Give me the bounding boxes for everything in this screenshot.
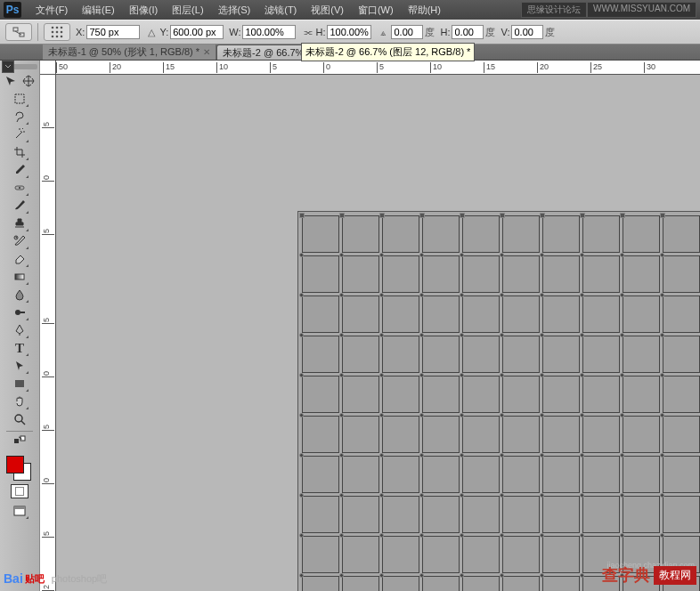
grid-cell[interactable] — [342, 376, 379, 413]
artboard-tool-icon[interactable] — [20, 72, 37, 90]
move-tool-icon[interactable] — [2, 72, 20, 90]
grid-cell[interactable] — [382, 456, 419, 493]
anchor-point[interactable] — [339, 533, 344, 538]
grid-cell[interactable] — [302, 496, 339, 533]
grid-cell[interactable] — [663, 336, 700, 373]
anchor-point[interactable] — [620, 413, 624, 417]
grid-cell[interactable] — [502, 536, 540, 573]
close-icon[interactable]: ✕ — [203, 47, 210, 57]
standard-mode-icon[interactable] — [11, 484, 28, 498]
grid-cell[interactable] — [663, 456, 700, 493]
grid-cell[interactable] — [542, 255, 580, 293]
anchor-point[interactable] — [339, 413, 344, 417]
grid-cell[interactable] — [462, 536, 500, 573]
anchor-point[interactable] — [299, 493, 304, 498]
grid-cell[interactable] — [382, 255, 419, 293]
transform-handle[interactable] — [339, 213, 345, 218]
anchor-point[interactable] — [500, 413, 504, 417]
grid-cell[interactable] — [663, 376, 700, 413]
ruler-origin[interactable] — [40, 61, 56, 75]
grid-cell[interactable] — [582, 416, 620, 453]
anchor-point[interactable] — [299, 533, 304, 538]
anchor-point[interactable] — [620, 373, 624, 377]
anchor-point[interactable] — [660, 333, 664, 337]
grid-cell[interactable] — [542, 215, 580, 253]
anchor-point[interactable] — [339, 453, 344, 457]
anchor-point[interactable] — [379, 493, 384, 498]
transform-handle[interactable] — [500, 213, 505, 218]
grid-cell[interactable] — [382, 576, 419, 591]
grid-cell[interactable] — [542, 296, 580, 333]
grid-cell[interactable] — [382, 215, 419, 253]
grid-cell[interactable] — [663, 215, 700, 253]
anchor-point[interactable] — [419, 573, 424, 578]
grid-cell[interactable] — [342, 456, 379, 493]
transform-handle[interactable] — [379, 213, 385, 218]
grid-cell[interactable] — [623, 255, 660, 293]
anchor-point[interactable] — [379, 573, 384, 578]
anchor-point[interactable] — [580, 453, 584, 457]
zoom-tool-icon[interactable] — [10, 410, 29, 428]
grid-cell[interactable] — [502, 576, 540, 591]
grid-cell[interactable] — [502, 416, 540, 453]
type-tool-icon[interactable]: T — [10, 339, 29, 357]
anchor-point[interactable] — [379, 333, 384, 337]
anchor-point[interactable] — [580, 373, 584, 377]
grid-cell[interactable] — [623, 215, 660, 253]
gradient-tool-icon[interactable] — [10, 268, 29, 286]
grid-cell[interactable] — [342, 536, 379, 573]
marquee-tool-icon[interactable] — [10, 90, 29, 108]
transform-handle[interactable] — [299, 213, 305, 218]
anchor-point[interactable] — [419, 533, 424, 538]
grid-cell[interactable] — [342, 296, 379, 333]
anchor-point[interactable] — [379, 293, 384, 297]
grid-cell[interactable] — [663, 496, 700, 533]
grid-cell[interactable] — [542, 576, 580, 591]
anchor-point[interactable] — [419, 453, 424, 457]
anchor-point[interactable] — [460, 453, 464, 457]
grid-cell[interactable] — [302, 376, 339, 413]
grid-cell[interactable] — [623, 336, 660, 373]
grid-cell[interactable] — [422, 376, 460, 413]
brush-tool-icon[interactable] — [10, 197, 29, 215]
grid-cell[interactable] — [462, 416, 500, 453]
path-select-tool-icon[interactable] — [10, 357, 29, 375]
grid-cell[interactable] — [582, 296, 620, 333]
anchor-point[interactable] — [419, 493, 424, 498]
grid-cell[interactable] — [663, 416, 700, 453]
grid-cell[interactable] — [582, 496, 620, 533]
anchor-point[interactable] — [500, 533, 504, 538]
grid-cell[interactable] — [302, 576, 339, 591]
menu-select[interactable]: 选择(S) — [211, 1, 258, 20]
w-input[interactable] — [242, 25, 296, 39]
link-icon[interactable]: ⫘ — [301, 27, 313, 37]
artboard-grid[interactable] — [298, 212, 700, 591]
grid-cell[interactable] — [462, 255, 500, 293]
anchor-point[interactable] — [540, 333, 544, 337]
pen-tool-icon[interactable] — [10, 321, 29, 339]
anchor-point[interactable] — [299, 573, 304, 578]
eraser-tool-icon[interactable] — [10, 250, 29, 268]
grid-cell[interactable] — [462, 376, 500, 413]
anchor-point[interactable] — [419, 333, 424, 337]
grid-cell[interactable] — [462, 336, 500, 373]
grid-cell[interactable] — [542, 496, 580, 533]
menu-edit[interactable]: 编辑(E) — [75, 1, 122, 20]
anchor-point[interactable] — [540, 453, 544, 457]
anchor-point[interactable] — [419, 253, 424, 257]
anchor-point[interactable] — [620, 453, 624, 457]
anchor-point[interactable] — [460, 533, 464, 538]
grid-cell[interactable] — [462, 496, 500, 533]
anchor-point[interactable] — [580, 293, 584, 297]
anchor-point[interactable] — [660, 253, 664, 257]
x-input[interactable] — [86, 25, 140, 39]
grid-cell[interactable] — [302, 255, 339, 293]
anchor-point[interactable] — [339, 333, 344, 337]
anchor-point[interactable] — [540, 533, 544, 538]
hand-tool-icon[interactable] — [10, 393, 29, 410]
anchor-point[interactable] — [419, 293, 424, 297]
grid-cell[interactable] — [382, 496, 419, 533]
grid-cell[interactable] — [422, 416, 460, 453]
grid-cell[interactable] — [663, 296, 700, 333]
transform-handle[interactable] — [540, 213, 545, 218]
